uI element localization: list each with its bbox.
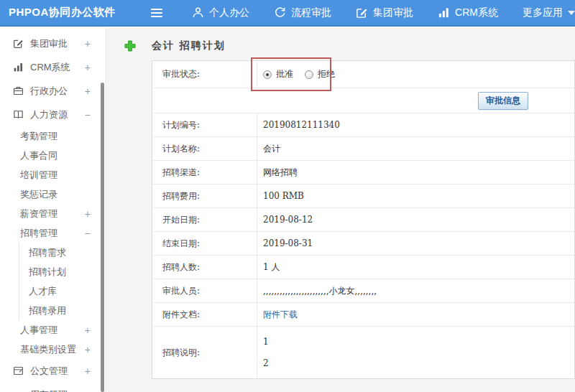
row-value: 20190812111340 — [257, 113, 574, 136]
top-header: PHPOA协同办公软件 个人办公流程审批集团审批CRM系统更多应用 — [0, 0, 575, 27]
row-value: 2019-08-12 — [257, 208, 574, 231]
edit-icon — [13, 38, 24, 49]
sidebar-item[interactable]: 考勤管理 — [0, 126, 106, 146]
table-data-rows: 计划编号:20190812111340计划名称:会计招聘渠道:网络招聘招聘费用:… — [152, 113, 574, 378]
sidebar-item[interactable]: 集团审批+ — [0, 32, 106, 55]
sidebar-item[interactable]: 人力资源− — [0, 103, 106, 126]
page-title: 会计 招聘计划 — [124, 39, 226, 52]
row-label: 结束日期: — [152, 232, 257, 255]
nav-workflow-approval[interactable]: 流程审批 — [274, 6, 331, 19]
edit-icon — [356, 6, 368, 19]
row-label: 开始日期: — [152, 208, 257, 231]
row-value: 12 — [257, 327, 574, 378]
table-row-approval-status: 审批状态: 批准拒绝 — [152, 61, 574, 88]
doc-icon — [13, 365, 24, 376]
row-label: 计划编号: — [152, 113, 257, 136]
sidebar-menu: 集团审批+CRM系统+行政办公+人力资源−考勤管理人事合同培训管理奖惩记录薪资管… — [0, 32, 106, 392]
radio-label: 批准 — [276, 68, 293, 80]
row-label: 招聘费用: — [152, 185, 257, 207]
sidebar-item[interactable]: 用车管理+ — [0, 383, 106, 392]
row-value: 附件下载 — [257, 303, 574, 326]
expand-icon[interactable]: + — [85, 345, 91, 355]
detail-table: 审批状态: 批准拒绝 审批信息 计划编号:20190812111340计划名称:… — [152, 60, 575, 379]
expand-icon[interactable]: + — [85, 209, 91, 219]
sidebar-item[interactable]: 招聘需求 — [19, 243, 106, 262]
row-label: 计划名称: — [152, 137, 257, 160]
description-line: 1 — [263, 331, 269, 353]
row-label: 招聘人数: — [152, 256, 257, 279]
collapse-icon[interactable]: − — [85, 110, 91, 120]
row-label: 审批人员: — [152, 279, 257, 302]
sidebar-item[interactable]: 基础类别设置+ — [0, 340, 106, 359]
nav-more-apps[interactable]: 更多应用 — [523, 6, 575, 19]
nav-group-approval[interactable]: 集团审批 — [356, 6, 413, 19]
row-label: 招聘渠道: — [152, 161, 257, 184]
table-row-button: 审批信息 — [152, 88, 574, 113]
expand-icon[interactable]: + — [85, 390, 91, 392]
sidebar-item[interactable]: CRM系统+ — [0, 55, 106, 79]
row-value: 会计 — [257, 137, 574, 160]
plus-icon — [124, 40, 136, 52]
book-icon — [13, 109, 24, 120]
sidebar-item[interactable]: 培训管理 — [0, 165, 106, 185]
sidebar-scrollbar[interactable] — [101, 83, 104, 392]
approval-info-button[interactable]: 审批信息 — [478, 92, 528, 110]
table-row: 计划编号:20190812111340 — [152, 113, 574, 137]
radio-reject[interactable] — [305, 70, 313, 79]
expand-icon[interactable]: + — [85, 62, 91, 73]
sidebar-item[interactable]: 行政办公+ — [0, 79, 106, 103]
table-row: 审批人员:,,,,,,,,,,,,,,,,,,,,,,,,小龙女,,,,,,,, — [152, 279, 574, 303]
row-value: ,,,,,,,,,,,,,,,,,,,,,,,,小龙女,,,,,,,, — [257, 279, 574, 302]
table-row: 招聘费用:100 RMB — [152, 185, 574, 208]
menu-icon[interactable] — [150, 6, 166, 19]
car-icon — [13, 389, 24, 392]
top-nav: 个人办公流程审批集团审批CRM系统更多应用 — [192, 6, 575, 19]
table-row: 招聘说明:12 — [152, 327, 574, 378]
row-label: 审批状态: — [152, 61, 257, 88]
briefcase-icon — [13, 85, 24, 96]
sidebar-item[interactable]: 公文管理+ — [0, 359, 106, 383]
nav-crm-system[interactable]: CRM系统 — [438, 6, 498, 19]
expand-icon[interactable]: + — [85, 366, 91, 376]
collapse-icon[interactable]: − — [85, 228, 91, 238]
table-row: 计划名称:会计 — [152, 137, 574, 161]
cycle-icon — [274, 6, 286, 19]
table-row: 招聘渠道:网络招聘 — [152, 161, 574, 185]
table-row: 招聘人数:1 人 — [152, 256, 574, 279]
sidebar-item[interactable]: 奖惩记录 — [0, 185, 106, 204]
attachment-download-link[interactable]: 附件下载 — [263, 309, 298, 321]
sidebar-item[interactable]: 薪资管理+ — [0, 204, 106, 223]
radio-label: 拒绝 — [318, 68, 335, 80]
radio-approve[interactable] — [263, 70, 272, 79]
row-value: 1 人 — [257, 256, 574, 279]
sidebar-item[interactable]: 人事合同 — [0, 146, 106, 165]
app-logo: PHPOA协同办公软件 — [9, 6, 146, 19]
row-value: 网络招聘 — [257, 161, 574, 184]
table-row: 结束日期:2019-08-31 — [152, 232, 574, 256]
person-icon — [192, 6, 204, 19]
sidebar-item[interactable]: 招聘录用 — [19, 301, 106, 320]
row-label: 招聘说明: — [152, 327, 257, 378]
description-line: 2 — [263, 353, 269, 374]
expand-icon[interactable]: + — [85, 325, 91, 335]
chart-icon — [13, 62, 24, 73]
table-row: 开始日期:2019-08-12 — [152, 208, 574, 232]
caret-down-icon — [568, 11, 575, 15]
sidebar-item[interactable]: 招聘管理− — [0, 223, 106, 243]
main-content: 会计 招聘计划 审批状态: 批准拒绝 审批信息 计划编号:20190812111… — [107, 28, 575, 392]
row-value: 2019-08-31 — [257, 232, 574, 255]
row-label: 附件文档: — [152, 303, 257, 326]
sidebar: 集团审批+CRM系统+行政办公+人力资源−考勤管理人事合同培训管理奖惩记录薪资管… — [0, 28, 106, 392]
expand-icon[interactable]: + — [85, 86, 91, 96]
sidebar-item[interactable]: 人才库 — [19, 281, 106, 301]
sidebar-item[interactable]: 人事管理+ — [0, 320, 106, 340]
row-value: 100 RMB — [257, 185, 574, 207]
sidebar-item[interactable]: 招聘计划 — [19, 262, 106, 281]
expand-icon[interactable]: + — [85, 39, 91, 49]
page-title-text: 会计 招聘计划 — [152, 39, 226, 52]
chart-icon — [438, 6, 450, 19]
nav-personal-office[interactable]: 个人办公 — [192, 6, 249, 19]
approval-radio-group: 批准拒绝 — [263, 68, 346, 80]
table-row: 附件文档:附件下载 — [152, 303, 574, 327]
